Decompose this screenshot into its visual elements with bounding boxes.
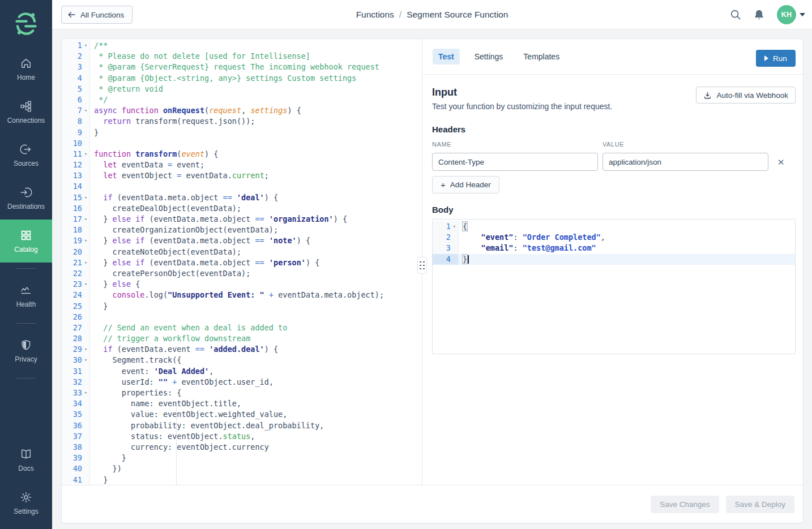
page-title: Segment Source Function [407,10,508,19]
pane-resize-handle[interactable] [417,257,427,274]
code-line-6[interactable]: 6 */ [62,94,422,105]
tab-templates[interactable]: Templates [518,49,565,64]
code-line-31[interactable]: 31 event: 'Deal Added', [62,366,422,377]
add-header-button[interactable]: + Add Header [432,176,499,193]
sidebar-item-health[interactable]: Health [0,274,52,317]
code-line-16[interactable]: 16 createDealObject(eventData); [62,203,422,214]
code-line-7[interactable]: 7▾async function onRequest(request, sett… [62,105,422,116]
fold-toggle-icon[interactable]: ▾ [82,105,89,116]
fold-toggle-icon[interactable]: ▾ [82,388,89,398]
code-line-11[interactable]: 11▾function transform(event) { [62,149,422,160]
sidebar-item-destinations[interactable]: Destinations [0,177,52,220]
body-lines: 1▾{2 "event": "Order Completed",3 "email… [433,220,795,265]
remove-header-button[interactable]: ✕ [777,158,785,166]
run-button[interactable]: Run [756,50,796,67]
code-text: let eventObject = eventData.current; [90,170,269,181]
code-line-4[interactable]: 4 * @param {Object.<string, any>} settin… [62,73,422,84]
code-line-17[interactable]: 17▾ } else if (eventData.meta.object == … [62,214,422,225]
code-line-2[interactable]: 2 * Please do not delete [used for Intel… [62,51,422,62]
code-line-23[interactable]: 23▾ } else { [62,279,422,290]
code-text: { [459,221,467,232]
code-line-8[interactable]: 8 return transform(request.json()); [62,116,422,127]
code-line-12[interactable]: 12 let eventData = event; [62,160,422,170]
sidebar-item-connections[interactable]: Connections [0,91,52,134]
fold-toggle-icon[interactable]: ▾ [82,40,89,51]
fold-toggle-icon[interactable]: ▾ [82,355,89,365]
code-line-10[interactable]: 10 [62,138,422,149]
sidebar-item-home[interactable]: Home [0,48,52,91]
code-line-9[interactable]: 9} [62,127,422,138]
code-text: function transform(event) { [90,149,218,160]
code-line-35[interactable]: 35 value: eventObject.weighted_value, [62,409,422,420]
headers-title: Headers [432,124,796,134]
code-text: value: eventObject.weighted_value, [90,409,287,420]
fold-toggle-icon[interactable]: ▾ [82,235,89,246]
code-line-41[interactable]: 41 } [62,475,422,485]
save-changes-button[interactable]: Save Changes [651,496,719,513]
code-line-1[interactable]: 1▾/** [62,40,422,51]
code-line-1[interactable]: 1▾{ [433,221,795,232]
body-editor[interactable]: 1▾{2 "event": "Order Completed",3 "email… [432,219,796,354]
fold-toggle-icon[interactable]: ▾ [82,149,89,160]
fold-toggle-icon[interactable]: ▾ [82,344,89,355]
code-line-5[interactable]: 5 * @return void [62,84,422,94]
sidebar-item-docs[interactable]: Docs [0,438,52,481]
code-line-20[interactable]: 20 createNoteObject(eventData); [62,247,422,257]
fold-toggle-icon[interactable]: ▾ [82,279,89,290]
code-line-22[interactable]: 22 createPersonObject(eventData); [62,268,422,279]
fold-toggle-icon[interactable]: ▾ [82,192,89,203]
code-line-33[interactable]: 33▾ properties: { [62,388,422,398]
search-button[interactable] [730,9,741,20]
notifications-button[interactable] [754,9,764,21]
breadcrumb-section[interactable]: Functions [356,10,394,19]
code-line-27[interactable]: 27 // Send an event when a deal is added… [62,322,422,333]
sidebar-item-sources[interactable]: Sources [0,134,52,177]
code-line-3[interactable]: 3 "email": "test@gmail.com" [433,243,795,253]
code-line-29[interactable]: 29▾ if (eventData.event == 'added.deal')… [62,344,422,355]
code-line-40[interactable]: 40 }) [62,463,422,474]
save-deploy-button[interactable]: Save & Deploy [726,496,794,513]
code-line-24[interactable]: 24 console.log("Unsupported Event: " + e… [62,290,422,300]
fold-spacer [82,51,89,62]
account-menu[interactable]: KH [777,5,805,24]
fold-toggle-icon[interactable]: ▾ [82,214,89,225]
code-line-2[interactable]: 2 "event": "Order Completed", [433,232,795,243]
autofill-webhook-button[interactable]: Auto-fill via Webhook [696,87,796,104]
header-value-input[interactable] [602,153,768,171]
code-line-25[interactable]: 25 } [62,301,422,312]
fold-spacer [82,116,89,127]
top-actions: KH [730,0,805,29]
fold-toggle-icon[interactable]: ▾ [451,221,458,232]
code-line-39[interactable]: 39 } [62,453,422,463]
code-line-4[interactable]: 4} [433,254,795,265]
code-line-18[interactable]: 18 createOrganizationObject(eventData); [62,225,422,235]
code-line-15[interactable]: 15▾ if (eventData.meta.object == 'deal')… [62,192,422,203]
sidebar-item-privacy[interactable]: Privacy [0,329,52,372]
code-line-26[interactable]: 26 [62,312,422,322]
fold-spacer [82,420,89,431]
code-line-21[interactable]: 21▾ } else if (eventData.meta.object == … [62,257,422,268]
code-editor[interactable]: 1▾/**2 * Please do not delete [used for … [62,39,422,486]
sidebar-item-settings[interactable]: Settings [0,481,52,524]
header-name-input[interactable] [432,153,598,171]
fold-toggle-icon[interactable]: ▾ [82,257,89,268]
avatar[interactable]: KH [777,5,796,24]
code-text: } [459,254,469,265]
code-line-38[interactable]: 38 currency: eventObject.currency [62,442,422,453]
sidebar-item-catalog[interactable]: Catalog [0,220,52,263]
code-line-19[interactable]: 19▾ } else if (eventData.meta.object == … [62,235,422,246]
tab-settings[interactable]: Settings [469,49,509,64]
segment-logo-icon[interactable] [0,0,52,48]
code-line-34[interactable]: 34 name: eventObject.title, [62,398,422,409]
code-line-32[interactable]: 32 userId: "" + eventObject.user_id, [62,377,422,388]
code-line-28[interactable]: 28 // trigger a workflow downstream [62,333,422,344]
code-line-36[interactable]: 36 probability: eventObject.deal_probabi… [62,420,422,431]
home-icon [20,57,32,70]
code-line-13[interactable]: 13 let eventObject = eventData.current; [62,170,422,181]
code-line-14[interactable]: 14 [62,181,422,192]
tab-test[interactable]: Test [433,49,460,64]
all-functions-back-button[interactable]: All Functions [61,6,133,24]
code-line-37[interactable]: 37 status: eventObject.status, [62,431,422,442]
code-line-3[interactable]: 3 * @param {ServerRequest} request The i… [62,62,422,72]
code-line-30[interactable]: 30▾ Segment.track({ [62,355,422,365]
